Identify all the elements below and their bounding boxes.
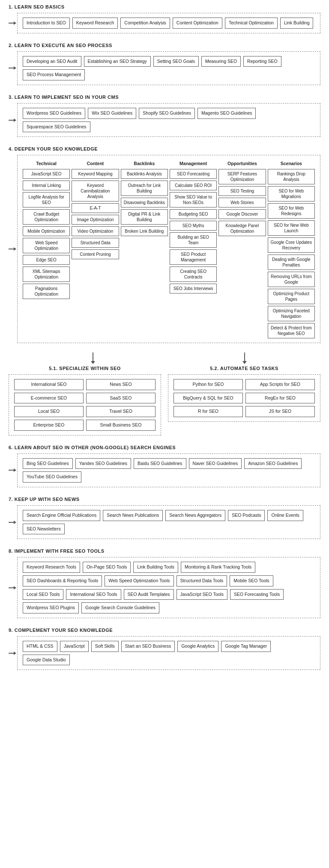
item-box[interactable]: SaaS SEO [86,393,156,404]
item-box[interactable]: Link Building [280,18,314,29]
section4-item[interactable]: SEO for Web Migrations [268,186,315,201]
item-box[interactable]: Squarespace SEO Guidelines [23,121,90,133]
section4-item[interactable]: XML Sitemaps Optimization [23,267,70,282]
item-box[interactable]: Link Building Tools [133,562,178,573]
item-box[interactable]: SEO Process Management [23,69,85,80]
section4-item[interactable]: Show SEO Value to Non-SEOs [170,192,217,207]
section4-item[interactable]: Broken Link Building [121,226,168,236]
item-box[interactable]: JavaScript [60,641,89,652]
item-box[interactable]: YouTube SEO Guidelines [23,471,81,483]
item-box[interactable]: Python for SEO [173,379,243,390]
item-box[interactable]: Enterprise SEO [14,420,84,431]
item-box[interactable]: Naver SEO Guidelines [189,458,242,469]
item-box[interactable]: Search Engine Official Publications [23,510,100,521]
item-box[interactable]: Magento SEO Guidelines [197,108,256,119]
section4-item[interactable]: Keyword Cannibalization Analysis [72,181,119,201]
item-box[interactable]: SEO Podcasts [228,510,265,521]
section4-item[interactable]: JavaScript SEO [23,169,70,179]
item-box[interactable]: Google Analytics [177,641,218,652]
item-box[interactable]: Bing SEO Guidelines [23,458,73,469]
item-box[interactable]: News SEO [86,379,156,390]
item-box[interactable]: Online Events [267,510,303,521]
item-box[interactable]: Google Data Studio [23,655,70,666]
section4-item[interactable]: SEO Product Management [170,249,217,265]
item-box[interactable]: HTML & CSS [23,641,57,652]
item-box[interactable]: Small Business SEO [86,420,156,431]
item-box[interactable]: Yandex SEO Guidelines [75,458,131,469]
item-box[interactable]: Baidu SEO Guidelines [134,458,186,469]
item-box[interactable]: Keyword Research [72,18,118,29]
section4-item[interactable]: Video Optimization [72,226,119,236]
item-box[interactable]: Competition Analysis [120,18,170,29]
item-box[interactable]: Technical Optimization [225,18,278,29]
section4-item[interactable]: Creating SEO Contracts [170,267,217,282]
item-box[interactable]: Developing an SEO Audit [23,56,81,67]
section4-item[interactable]: SEO Forecasting [170,169,217,179]
item-box[interactable]: Mobile SEO Tools [230,575,273,587]
item-box[interactable]: Search News Publications [103,510,163,521]
section4-item[interactable]: Logfile Analysis for SEO [23,192,70,207]
item-box[interactable]: Monitoring & Rank Tracking Tools [181,562,255,573]
item-box[interactable]: International SEO Tools [66,589,121,600]
section4-item[interactable]: Web Speed Optimization [23,238,70,253]
section4-item[interactable]: Google Core Updates Recovery [268,237,315,253]
section4-item[interactable]: Internal Linking [23,181,70,190]
section4-item[interactable]: Knowledge Panel Optimization [218,221,266,236]
section4-item[interactable]: SEO Jobs Interviews [170,284,217,293]
item-box[interactable]: Introduction to SEO [23,18,70,29]
section4-item[interactable]: Dealing with Google Penalties [268,255,315,270]
item-box[interactable]: SEO Forecasting Tools [230,589,284,600]
item-box[interactable]: Web Speed Optimization Tools [105,575,173,587]
section4-item[interactable]: Detect & Protect from Negative SEO [268,323,315,338]
section4-item[interactable]: Google Discover [218,209,266,219]
section4-item[interactable]: SERP Features Optimization [218,169,266,184]
section4-item[interactable]: Rankings Drop Analysis [268,169,315,184]
section4-item[interactable]: Optimizing Product Pages [268,289,315,304]
section4-item[interactable]: Mobile Optimization [23,226,70,236]
section4-item[interactable]: Budgeting SEO [170,209,217,219]
item-box[interactable]: JS for SEO [245,406,315,417]
section4-item[interactable]: Disavowing Backlinks [121,198,168,207]
section4-item[interactable]: Keyword Mapping [72,169,119,179]
item-box[interactable]: Reporting SEO [243,56,281,67]
section4-item[interactable]: Digital PR & Link Building [121,209,168,225]
item-box[interactable]: Google Search Console Guidelines [81,602,159,613]
section4-item[interactable]: Optimizing Faceted Navigation [268,306,315,321]
item-box[interactable]: Shopify SEO Guidelines [139,108,195,119]
item-box[interactable]: App Scripts for SEO [245,379,315,390]
section4-item[interactable]: Edge SEO [23,255,70,265]
section4-item[interactable]: Content Pruning [72,249,119,259]
item-box[interactable]: Travel SEO [86,406,156,417]
item-box[interactable]: Local SEO [14,406,84,417]
item-box[interactable]: Structured Data Tools [176,575,227,587]
section4-item[interactable]: Crawl Budget Optimization [23,209,70,225]
section4-item[interactable]: Outreach for Link Building [121,181,168,196]
item-box[interactable]: R for SEO [173,406,243,417]
section4-item[interactable]: SEO Testing [218,186,266,196]
section4-item[interactable]: Calculate SEO ROI [170,181,217,190]
section4-item[interactable]: SEO for Web Redesigns [268,203,315,219]
section4-item[interactable]: Removing URLs from Google [268,272,315,287]
section4-item[interactable]: SEO Myths [170,221,217,231]
item-box[interactable]: Google Tag Manager [221,641,271,652]
section4-item[interactable]: Web Stories [218,198,266,207]
item-box[interactable]: International SEO [14,379,84,390]
item-box[interactable]: E-commerce SEO [14,393,84,404]
item-box[interactable]: JavaScript SEO Tools [176,589,227,600]
item-box[interactable]: Start an SEO Business [121,641,175,652]
item-box[interactable]: Content Optimization [173,18,222,29]
item-box[interactable]: Setting SEO Goals [153,56,199,67]
item-box[interactable]: RegEx for SEO [245,393,315,404]
item-box[interactable]: Amazon SEO Guidelines [244,458,302,469]
item-box[interactable]: SEO Newsletters [23,524,65,535]
section4-item[interactable]: Image Optimization [72,215,119,225]
item-box[interactable]: Local SEO Tools [23,589,63,600]
item-box[interactable]: BigQuery & SQL for SEO [173,393,243,404]
item-box[interactable]: Wordpress SEO Plugins [23,602,79,613]
item-box[interactable]: Wordpress SEO Guidelines [23,108,85,119]
item-box[interactable]: Soft Skills [91,641,119,652]
section4-item[interactable]: Paginations Optimization [23,284,70,299]
section4-item[interactable]: SEO for New Web Launch [268,220,315,236]
item-box[interactable]: On-Page SEO Tools [83,562,131,573]
section4-item[interactable]: Backlinks Analysis [121,169,168,179]
